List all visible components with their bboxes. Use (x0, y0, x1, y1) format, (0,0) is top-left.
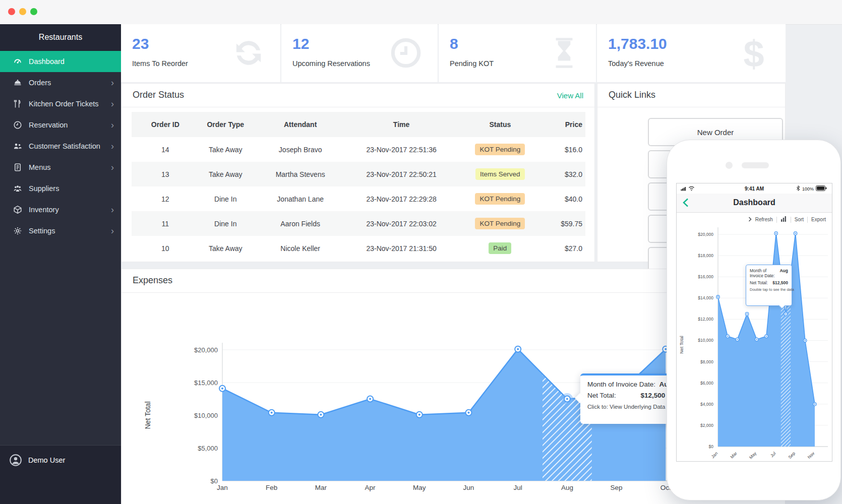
phone-mockup: 9:41 AM 100% Dashboard Refresh Sort (667, 140, 841, 500)
cell-status: KOT Pending (454, 186, 546, 211)
user-name: Demo User (28, 456, 65, 464)
sidebar-title: Restaurants (0, 24, 121, 51)
x-axis-tick: Jul (769, 451, 777, 458)
cell-price: $27.0 (546, 236, 585, 261)
svg-text:$20,000: $20,000 (698, 232, 713, 237)
cube-icon (13, 205, 22, 214)
cell-order-type: Dine In (199, 211, 252, 236)
svg-text:$16,000: $16,000 (698, 274, 713, 279)
chevron-right-icon: › (111, 99, 114, 108)
sidebar-item-label: Inventory (29, 206, 59, 214)
cell-order-type: Take Away (199, 162, 252, 186)
svg-text:$6,000: $6,000 (700, 381, 713, 386)
menu-book-icon (13, 163, 22, 172)
quick-links-header: Quick Links (597, 84, 785, 107)
sidebar-item-kitchen-order-tickets[interactable]: Kitchen Order Tickets › (0, 93, 121, 114)
sidebar-item-orders[interactable]: Orders › (0, 72, 121, 93)
cell-status: Items Served (454, 162, 546, 186)
cell-attendant: Jonathan Lane (252, 186, 348, 211)
window-close-button[interactable] (8, 8, 15, 15)
table-row[interactable]: 10Take AwayNicole Keller23-Nov-2017 21:3… (132, 236, 585, 261)
tooltip-label: Month of Invoice Date: (750, 268, 779, 278)
cell-price: $40.0 (546, 186, 585, 211)
phone-screen: 9:41 AM 100% Dashboard Refresh Sort (676, 183, 832, 462)
x-axis-tick: Jun (463, 484, 474, 491)
avatar (9, 454, 22, 467)
sidebar-item-reservation[interactable]: Reservation › (0, 114, 121, 136)
chevron-right-icon: › (111, 78, 114, 87)
svg-text:$0: $0 (709, 444, 714, 449)
status-badge: KOT Pending (475, 144, 525, 155)
cell-price: $59.75 (546, 211, 585, 236)
svg-text:$20,000: $20,000 (194, 346, 218, 354)
cell-order-id: 14 (132, 137, 199, 162)
table-row[interactable]: 14Take AwayJoseph Bravo23-Nov-2017 22:51… (132, 137, 585, 162)
stat-card-pending-kot[interactable]: 8 Pending KOT (439, 24, 596, 82)
cell-attendant: Joseph Bravo (252, 137, 348, 162)
window-minimize-button[interactable] (19, 8, 26, 15)
cloche-icon (13, 78, 22, 87)
sidebar-item-settings[interactable]: Settings › (0, 220, 121, 241)
svg-text:$: $ (743, 34, 764, 72)
stat-value: 8 (450, 35, 458, 52)
stat-value: 23 (132, 35, 149, 52)
table-row[interactable]: 12Dine InJonathan Lane23-Nov-2017 22:29:… (132, 186, 585, 211)
cell-status: KOT Pending (454, 211, 546, 236)
sidebar-item-label: Suppliers (29, 184, 59, 193)
table-row[interactable]: 13Take AwayMartha Stevens23-Nov-2017 22:… (132, 162, 585, 186)
cell-order-id: 13 (132, 162, 199, 186)
cell-attendant: Aaron Fields (252, 211, 348, 236)
cell-time: 23-Nov-2017 22:50:21 (348, 162, 454, 186)
sidebar-item-suppliers[interactable]: Suppliers (0, 178, 121, 199)
user-menu[interactable]: Demo User (0, 446, 121, 475)
svg-text:$12,000: $12,000 (698, 317, 713, 322)
sidebar-item-label: Dashboard (29, 57, 65, 66)
sidebar-item-menus[interactable]: Menus › (0, 157, 121, 178)
order-table-body: 14Take AwayJoseph Bravo23-Nov-2017 22:51… (132, 137, 585, 261)
phone-chart-tooltip[interactable]: Month of Invoice Date:Aug Net Total:$12,… (746, 265, 792, 306)
sidebar-item-label: Settings (29, 227, 55, 235)
stat-card-todays-revenue[interactable]: 1,783.10 Today's Revenue $ (597, 24, 786, 82)
cell-attendant: Nicole Keller (252, 236, 348, 261)
column-header: Attendant (252, 112, 348, 137)
cell-price: $32.0 (546, 162, 585, 186)
x-axis-tick: Sep (787, 451, 796, 460)
gauge-icon (13, 57, 22, 66)
sidebar-item-label: Orders (29, 79, 51, 87)
x-axis-tick: May (748, 451, 758, 460)
view-all-link[interactable]: View All (557, 91, 583, 100)
tooltip-label: Net Total: (750, 280, 768, 285)
sidebar-item-label: Kitchen Order Tickets (29, 100, 99, 108)
tooltip-value: Aug (779, 268, 788, 278)
tooltip-hint[interactable]: Double tap to see the data (750, 287, 788, 292)
cell-order-id: 11 (132, 211, 199, 236)
table-row[interactable]: 11Dine InAaron Fields23-Nov-2017 22:03:0… (132, 211, 585, 236)
phone-camera (726, 162, 733, 169)
sidebar-item-dashboard[interactable]: Dashboard (0, 51, 121, 72)
svg-text:$5,000: $5,000 (198, 445, 218, 452)
phone-speaker (742, 162, 769, 168)
people-icon (13, 142, 22, 151)
tooltip-value: $12,500 (772, 280, 788, 285)
x-axis-tick: Sep (611, 484, 623, 491)
cell-time: 23-Nov-2017 22:51:36 (348, 137, 454, 162)
stat-label: Items To Reorder (132, 59, 188, 68)
table-header-row: Order IDOrder TypeAttendantTimeStatusPri… (132, 112, 585, 137)
x-axis-tick: Feb (266, 484, 277, 491)
phone-chart[interactable]: $20,000$18,000$16,000$14,000$12,000$10,0… (677, 183, 832, 461)
stat-card-upcoming-reservations[interactable]: 12 Upcoming Reservations (281, 24, 438, 82)
tooltip-label: Net Total: (587, 392, 616, 399)
window-zoom-button[interactable] (30, 8, 37, 15)
sidebar-item-customer-satisfaction[interactable]: Customer Satisfaction › (0, 136, 121, 157)
cell-order-id: 12 (132, 186, 199, 211)
x-axis-tick: Mar (729, 451, 738, 460)
hourglass-icon (546, 34, 583, 72)
panel-title: Quick Links (609, 90, 655, 100)
refresh-icon (230, 34, 267, 72)
stat-card-items-to-reorder[interactable]: 23 Items To Reorder (121, 24, 280, 82)
dollar-icon: $ (735, 34, 772, 72)
cell-order-type: Dine In (199, 186, 252, 211)
sidebar-item-inventory[interactable]: Inventory › (0, 199, 121, 220)
cell-time: 23-Nov-2017 22:29:28 (348, 186, 454, 211)
x-axis-tick: Nov (807, 451, 816, 460)
